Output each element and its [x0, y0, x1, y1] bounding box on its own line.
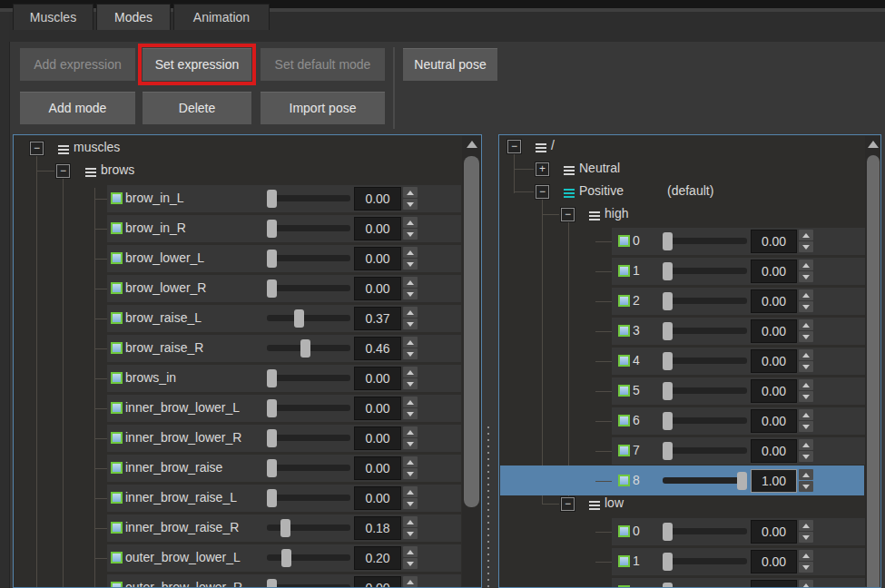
visibility-checkbox[interactable]	[618, 355, 630, 367]
spin-up-button[interactable]	[403, 426, 418, 437]
expand-toggle-neutral[interactable]: +	[536, 162, 549, 176]
spin-up-button[interactable]	[403, 277, 418, 288]
slider-track[interactable]	[267, 554, 350, 561]
value-spinbox[interactable]: 0.00	[354, 397, 401, 420]
slider-handle[interactable]	[267, 369, 277, 387]
spin-down-button[interactable]	[403, 289, 418, 299]
spin-down-button[interactable]	[403, 408, 418, 419]
slider-handle[interactable]	[267, 220, 277, 238]
spin-up-button[interactable]	[403, 397, 418, 407]
value-spinbox[interactable]: 0.00	[751, 409, 797, 433]
spin-up-button[interactable]	[403, 217, 418, 228]
slider-handle[interactable]	[663, 262, 673, 280]
muscle-row[interactable]: inner_brow_raise0.00	[107, 455, 461, 482]
value-spinbox[interactable]: 0.00	[751, 439, 797, 463]
mode-row[interactable]: 40.00	[612, 348, 866, 375]
visibility-checkbox[interactable]	[111, 522, 123, 534]
spin-down-button[interactable]	[403, 378, 418, 389]
tab-muscles[interactable]: Muscles	[13, 4, 93, 30]
spin-up-button[interactable]	[403, 307, 418, 318]
muscle-row[interactable]: outer_brow_lower_R0.00	[107, 574, 461, 588]
neutral-pose-button[interactable]: Neutral pose	[403, 48, 497, 81]
slider-handle[interactable]	[267, 429, 277, 447]
muscle-row[interactable]: brow_raise_L0.37	[107, 305, 461, 332]
slider-track[interactable]	[267, 315, 350, 321]
value-spinbox[interactable]: 0.00	[751, 289, 797, 313]
visibility-checkbox[interactable]	[618, 265, 630, 277]
visibility-checkbox[interactable]	[618, 445, 630, 456]
slider-track[interactable]	[267, 255, 350, 261]
slider-handle[interactable]	[663, 352, 673, 370]
slider-handle[interactable]	[267, 190, 277, 208]
spin-up-button[interactable]	[403, 456, 418, 467]
slider-handle[interactable]	[663, 292, 673, 310]
visibility-checkbox[interactable]	[618, 325, 630, 337]
visibility-checkbox[interactable]	[618, 295, 630, 307]
value-spinbox[interactable]: 1.00	[751, 469, 797, 493]
spin-down-button[interactable]	[799, 391, 813, 402]
visibility-checkbox[interactable]	[111, 342, 123, 354]
visibility-checkbox[interactable]	[111, 192, 123, 204]
slider-track[interactable]	[267, 375, 350, 381]
right-scrollbar[interactable]	[865, 136, 881, 586]
visibility-checkbox[interactable]	[111, 582, 123, 588]
collapse-toggle-brows[interactable]: −	[56, 164, 70, 178]
left-scrollbar[interactable]	[462, 136, 481, 586]
scrollbar-thumb[interactable]	[867, 155, 880, 587]
muscle-row[interactable]: brow_in_R0.00	[107, 215, 461, 242]
slider-track[interactable]	[267, 465, 350, 471]
spin-up-button[interactable]	[799, 409, 813, 420]
slider-handle[interactable]	[267, 250, 277, 268]
visibility-checkbox[interactable]	[111, 372, 123, 384]
spin-down-button[interactable]	[403, 259, 418, 270]
spin-up-button[interactable]	[403, 337, 418, 348]
spin-up-button[interactable]	[403, 187, 418, 198]
slider-handle[interactable]	[281, 549, 291, 567]
muscle-row[interactable]: brows_in0.00	[107, 365, 461, 392]
spin-down-button[interactable]	[403, 558, 418, 569]
slider-handle[interactable]	[267, 279, 277, 298]
value-spinbox[interactable]: 0.00	[354, 367, 401, 390]
visibility-checkbox[interactable]	[618, 525, 630, 537]
mode-row[interactable]: 30.00	[612, 318, 866, 345]
slider-track[interactable]	[267, 435, 350, 441]
visibility-checkbox[interactable]	[111, 282, 123, 294]
visibility-checkbox[interactable]	[618, 385, 630, 397]
slider-track[interactable]	[663, 298, 747, 304]
spin-down-button[interactable]	[403, 438, 418, 449]
visibility-checkbox[interactable]	[618, 475, 630, 486]
collapse-toggle-muscles[interactable]: −	[30, 142, 44, 155]
muscle-row[interactable]: inner_brow_raise_R0.18	[107, 514, 461, 542]
slider-track[interactable]	[663, 387, 747, 394]
spin-up-button[interactable]	[799, 469, 813, 480]
spin-down-button[interactable]	[799, 271, 813, 282]
slider-track[interactable]	[267, 285, 350, 291]
spin-down-button[interactable]	[799, 451, 813, 462]
value-spinbox[interactable]: 0.00	[751, 349, 797, 373]
muscle-row[interactable]: brow_lower_L0.00	[107, 245, 461, 272]
spin-up-button[interactable]	[799, 349, 813, 360]
muscle-row[interactable]: brow_raise_R0.46	[107, 335, 461, 362]
mode-row[interactable]: 81.00	[612, 467, 866, 495]
scrollbar-up-button[interactable]	[865, 141, 881, 148]
spin-down-button[interactable]	[403, 498, 418, 509]
spin-up-button[interactable]	[403, 247, 418, 258]
value-spinbox[interactable]: 0.00	[354, 247, 401, 270]
value-spinbox[interactable]: 0.00	[751, 319, 797, 343]
slider-track[interactable]	[663, 528, 747, 534]
spin-up-button[interactable]	[799, 439, 813, 450]
collapse-toggle-root[interactable]: −	[507, 140, 521, 153]
mode-row[interactable]	[612, 578, 866, 588]
slider-handle[interactable]	[663, 382, 673, 400]
value-spinbox[interactable]: 0.00	[354, 576, 401, 588]
spin-up-button[interactable]	[799, 289, 813, 300]
slider-track[interactable]	[663, 328, 747, 334]
collapse-toggle-low[interactable]: −	[561, 497, 575, 511]
slider-handle[interactable]	[267, 489, 277, 507]
spin-up-button[interactable]	[799, 379, 813, 390]
slider-track[interactable]	[267, 524, 350, 531]
mode-row[interactable]: 00.00	[612, 228, 866, 255]
spin-up-button[interactable]	[403, 486, 418, 497]
slider-track[interactable]	[663, 268, 747, 274]
mode-row[interactable]: 00.00	[612, 518, 866, 545]
